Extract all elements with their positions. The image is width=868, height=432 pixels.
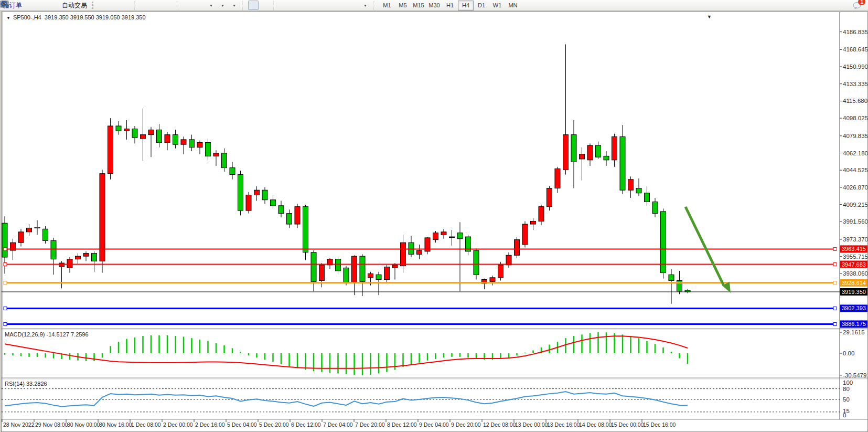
timeframe-M1[interactable]: M1 [379,1,395,10]
line-handle[interactable] [833,322,837,325]
toolbar-grip[interactable] [92,2,95,9]
candle [246,195,251,210]
svg-text:13 Dec 16:00: 13 Dec 16:00 [547,422,580,428]
auto-scroll-icon[interactable] [183,1,193,10]
horizontal-line-tool[interactable] [291,1,301,10]
line-handle[interactable] [4,263,7,266]
timeframe-D1[interactable]: D1 [474,1,489,10]
svg-text:4098.025: 4098.025 [843,115,867,121]
timeframe-H1[interactable]: H1 [442,1,458,10]
candle [539,207,544,222]
timeframe-H4[interactable]: H4 [458,1,474,10]
timeframe-W1[interactable]: W1 [489,1,505,10]
candle [441,232,446,235]
autotrade-button[interactable]: 自动交易 [60,1,89,10]
svg-text:14 Dec 08:00: 14 Dec 08:00 [579,422,612,428]
notifications-chat-icon[interactable]: 1 [852,1,863,10]
timeframe-M15[interactable]: M15 [411,1,426,10]
chart-canvas[interactable]: 4186.8354168.6454150.9904133.3354115.680… [2,12,867,431]
svg-text:5 Dec 04:00: 5 Dec 04:00 [227,422,257,428]
candle [92,254,97,261]
svg-text:28 Nov 2022: 28 Nov 2022 [3,422,35,428]
line-handle[interactable] [833,307,837,310]
candle [51,241,56,259]
svg-text:30 Nov 00:00: 30 Nov 00:00 [67,422,100,428]
candle [278,206,284,214]
svg-text:12 Dec 08:00: 12 Dec 08:00 [483,422,516,428]
svg-text:4133.335: 4133.335 [843,81,867,87]
candle [319,265,325,281]
grid-tool[interactable]: F [325,1,336,10]
candle [368,273,373,277]
line-handle[interactable] [4,322,7,325]
svg-text:100: 100 [843,380,853,386]
toolbar-separator [273,2,276,9]
candle [401,243,406,266]
candle [197,142,202,147]
chart-symbol-line[interactable]: ▼SP500-,H4 3919.350 3919.550 3919.050 39… [5,14,147,20]
svg-text:2 Dec 00:00: 2 Dec 00:00 [163,422,193,428]
navigator-person-icon[interactable] [37,1,47,10]
chart-shift-icon[interactable] [194,1,205,10]
candle [148,130,154,134]
label-tool[interactable]: T [348,1,359,10]
new-chart-button[interactable]: ▾ [206,1,216,10]
svg-text:5 Dec 20:00: 5 Dec 20:00 [259,422,289,428]
price-tag-value: 3928.614 [842,280,866,286]
search-icon[interactable] [839,1,849,10]
svg-text:1 Dec 08:00: 1 Dec 08:00 [131,422,161,428]
candle [449,237,455,238]
candle [165,135,170,143]
candle [669,275,674,280]
bar-chart-type-icon[interactable] [98,1,108,10]
candle [604,156,609,160]
candle [417,250,422,254]
line-handle[interactable] [833,247,837,250]
collapse-icon[interactable]: ▼ [6,16,10,20]
candle [295,207,300,224]
zoom-in-icon[interactable] [140,1,151,10]
period-clock-button[interactable]: ▾ [217,1,228,10]
scroll-marker-icon[interactable]: ▼ [707,14,712,19]
zoom-out-icon[interactable] [152,1,162,10]
candle [587,145,593,160]
market-watch-funnel-icon[interactable] [25,1,36,10]
text-tool[interactable]: A [337,1,347,10]
price-tag-value: 3963.415 [842,246,866,252]
template-chart-button[interactable]: ▾ [229,1,239,10]
candle-chart-type-icon[interactable] [109,1,120,10]
line-chart-type-icon[interactable] [121,1,131,10]
svg-text:4186.835: 4186.835 [843,29,867,35]
arrows-tool[interactable]: ▾ [360,1,370,10]
fibonacci-tool[interactable]: E [314,1,324,10]
vertical-line-tool[interactable] [279,1,290,10]
svg-text:4150.990: 4150.990 [843,64,867,70]
svg-text:4044.525: 4044.525 [843,167,867,173]
price-axis[interactable]: 4186.8354168.6454150.9904133.3354115.680… [840,29,867,277]
ohlc-values-label: 3919.350 3919.550 3919.050 3919.350 [45,14,146,20]
candle [206,142,211,156]
candle [636,188,641,193]
line-handle[interactable] [833,263,837,266]
tile-windows-icon[interactable] [163,1,174,10]
line-handle[interactable] [4,247,7,250]
line-handle[interactable] [4,307,7,310]
candle [35,227,40,228]
line-handle[interactable] [833,281,837,285]
toolbar-separator [134,2,137,9]
trend-line-tool[interactable] [302,1,313,10]
cursor-tool[interactable] [248,1,259,10]
timeframe-MN[interactable]: MN [505,1,521,10]
candle [27,228,32,231]
candle [254,190,260,195]
timeframe-M30[interactable]: M30 [426,1,442,10]
signals-icon[interactable] [48,1,59,10]
candle [547,188,552,207]
candle [612,136,617,160]
timeframe-M5[interactable]: M5 [395,1,411,10]
line-handle[interactable] [4,281,7,285]
crosshair-tool[interactable] [260,1,270,10]
candle [628,180,634,190]
candle [311,252,316,282]
candle [181,140,186,144]
